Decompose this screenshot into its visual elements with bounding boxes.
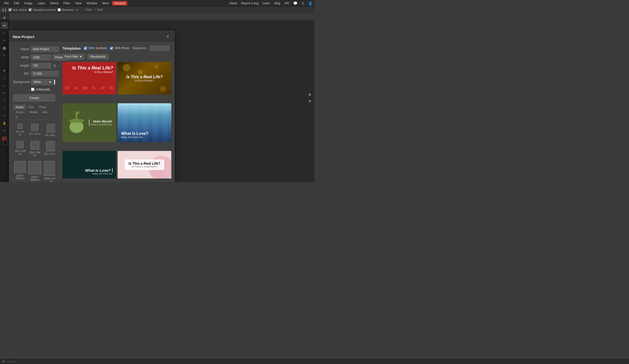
toolbar-collapse[interactable]: ❮❯ xyxy=(2,8,7,12)
toolbar: ❮❯ Auto Select Transform controls Distan… xyxy=(0,7,314,13)
menu-more[interactable]: More xyxy=(100,1,111,6)
tab-ads[interactable]: Ads xyxy=(40,110,50,115)
twitter-icon[interactable]: 𝕏 xyxy=(301,1,304,5)
template-card-ocean[interactable]: What Is Love? Baby, don't hurt me. xyxy=(118,103,171,149)
distances-checkbox[interactable] xyxy=(58,8,61,11)
auto-select-toggle[interactable]: Auto Select xyxy=(9,8,27,11)
menu-report-bug[interactable]: Report a bug xyxy=(241,2,259,5)
template-card-olive[interactable]: Hello World! What a beautiful day. xyxy=(62,103,116,149)
name-row: Name: xyxy=(13,46,55,52)
main-layout: ✥ ⬌ □ ✂ ⬤ ✎ ♡ ■ △ ▱ ✒ T ⦾ ↺ ✋ ⚲ New Proj… xyxy=(0,13,314,182)
with-symbols-group: With Symbols xyxy=(84,46,107,50)
menu-view[interactable]: View xyxy=(73,1,84,6)
dialog-overlay: New Project × Name: Width: xyxy=(0,20,314,182)
height-label: Height: xyxy=(13,64,30,67)
with-photo-group: With Photo xyxy=(110,46,129,50)
with-symbols-checkbox[interactable] xyxy=(84,47,87,50)
tab-social[interactable]: Social xyxy=(13,105,26,110)
tab-photo[interactable]: Photo xyxy=(37,105,49,110)
transform-controls-checkbox[interactable] xyxy=(29,8,32,11)
tmpl6-title: Is This a Real Life? xyxy=(129,161,161,165)
menu-account[interactable]: Account xyxy=(112,1,127,6)
distances-label: Distances xyxy=(62,8,74,11)
template-card-flower[interactable]: Is This a Real Life? IS THIS A FANTASY? xyxy=(118,151,171,182)
with-photo-label: With Photo xyxy=(115,46,129,50)
template-card-red[interactable]: Is This a Real Life? Is this a fantasy? … xyxy=(62,62,116,102)
svg-toggle[interactable]: ✓ SVG xyxy=(94,8,103,12)
preset-64[interactable]: 64 x 64 px xyxy=(43,122,55,139)
menu-window[interactable]: Window xyxy=(85,1,99,6)
preset-32-label: 32 x 32 px xyxy=(29,132,41,135)
dialog-body: Name: Width: Pixels Inches cm xyxy=(9,42,174,182)
with-photo-checkbox[interactable] xyxy=(110,47,113,50)
scroll-up-arrow[interactable]: ▲ xyxy=(307,92,312,97)
keywords-input[interactable] xyxy=(149,45,170,51)
swap-dimensions-button[interactable]: ⇅ xyxy=(53,63,57,68)
dpi-input[interactable] xyxy=(31,71,59,76)
background-row: Background: White Black Transparent xyxy=(13,79,55,85)
width-input[interactable] xyxy=(31,55,51,60)
menu-filter[interactable]: Filter xyxy=(61,1,72,6)
font-filter-button[interactable]: Font Filter ▼ xyxy=(62,54,85,59)
artboards-label: Artboards xyxy=(36,87,50,91)
randomize-button[interactable]: Randomize xyxy=(88,54,108,59)
preset-tabs: Social Print Photo Screen Mobile Ads 2" xyxy=(13,105,55,120)
filter-dropdown-icon: ▼ xyxy=(79,55,82,58)
templates-title: Templates xyxy=(62,46,81,50)
preset-512[interactable]: 512 x 512 px xyxy=(43,139,55,159)
menu-file[interactable]: File xyxy=(2,1,11,6)
create-button[interactable]: Create xyxy=(13,94,55,102)
svg-point-4 xyxy=(75,111,80,114)
scroll-down-arrow[interactable]: ▼ xyxy=(307,99,312,104)
template-card-teal[interactable]: What Is Love? Baby, don't hurt me. xyxy=(62,151,116,182)
distances-toggle[interactable]: Distances xyxy=(58,8,74,11)
auto-select-checkbox[interactable] xyxy=(9,8,12,11)
menu-about[interactable]: About xyxy=(229,2,237,5)
background-color-swatch[interactable] xyxy=(54,79,55,85)
menu-edit[interactable]: Edit xyxy=(12,1,21,6)
preset-4096[interactable]: 4096 x 4096 px xyxy=(43,159,55,182)
keywords-label: Keywords: xyxy=(132,46,146,50)
background-select[interactable]: White Black Transparent xyxy=(31,79,52,85)
height-input[interactable] xyxy=(31,63,51,68)
with-symbols-label: With Symbols xyxy=(89,46,107,50)
tab-2in[interactable]: 2" xyxy=(13,115,21,120)
tmpl2-title: Is This a Real Life? xyxy=(121,75,168,79)
template-card-gold[interactable]: Is This a Real Life? Is this a fantasy? xyxy=(118,62,171,102)
preset-256[interactable]: 256 x 256 px xyxy=(27,139,42,159)
name-input[interactable] xyxy=(31,46,59,52)
reddit-icon[interactable]: 💬 xyxy=(293,1,297,5)
menu-blog[interactable]: Blog xyxy=(274,2,280,5)
preset-grid: 16 x 16 px 32 x 32 px 64 x 64 px 12 xyxy=(13,122,55,182)
preset-128[interactable]: 128 x 128 px xyxy=(13,139,27,159)
tmpl1-title: Is This a Real Life? xyxy=(65,65,113,71)
tab-mobile[interactable]: Mobile xyxy=(27,110,40,115)
menu-learn[interactable]: Learn xyxy=(263,2,270,5)
tab-print[interactable]: Print xyxy=(26,105,37,110)
preset-16[interactable]: 16 x 16 px xyxy=(13,122,27,139)
menu-select[interactable]: Select xyxy=(48,1,60,6)
tab-screen[interactable]: Screen xyxy=(13,110,27,115)
tmpl3-title: Hello World! xyxy=(91,120,112,123)
preset-2048[interactable]: 2048 x 2048 px xyxy=(27,159,42,182)
menu-layer[interactable]: Layer xyxy=(35,1,47,6)
tmpl2-subtitle: Is this a fantasy? xyxy=(121,79,168,82)
artboards-checkbox[interactable] xyxy=(31,88,34,91)
preset-64-label: 64 x 64 px xyxy=(45,134,55,137)
preset-4096-label: 4096 x 4096 px xyxy=(44,177,55,182)
preset-1024[interactable]: 1024 x 1024 px xyxy=(13,159,27,182)
acorn-icon xyxy=(66,108,87,133)
preset-16-label: 16 x 16 px xyxy=(14,130,26,136)
menu-api[interactable]: API xyxy=(284,2,289,5)
templates-header: Templates With Symbols With Photo Keywor… xyxy=(62,45,171,59)
close-button[interactable]: × xyxy=(165,34,171,40)
png-toggle[interactable]: ✓ PNG xyxy=(83,8,92,12)
template-grid: Is This a Real Life? Is this a fantasy? … xyxy=(62,62,171,182)
menu-image[interactable]: Image xyxy=(22,1,34,6)
transform-controls-toggle[interactable]: Transform controls xyxy=(29,8,55,11)
preset-32[interactable]: 32 x 32 px xyxy=(27,122,42,139)
facebook-icon[interactable]: 👤 xyxy=(308,1,312,5)
width-label: Width: xyxy=(13,56,30,59)
dialog-title: New Project xyxy=(13,35,34,39)
svg-rect-3 xyxy=(75,113,77,121)
